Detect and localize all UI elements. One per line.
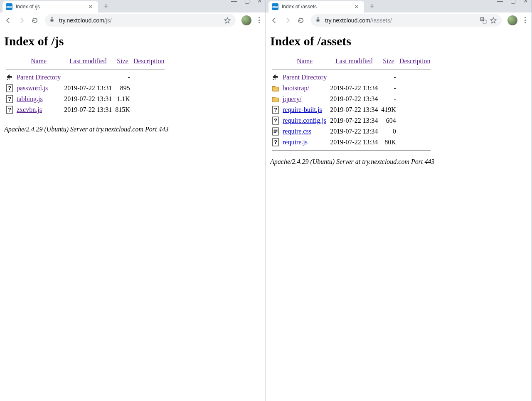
tab-title: Index of /assets (282, 4, 352, 10)
parent-directory-row: Parent Directory - (270, 72, 432, 83)
page-heading: Index of /js (4, 34, 261, 48)
modified-cell: 2019-07-22 13:31 (62, 83, 113, 94)
maximize-button[interactable]: ▢ (510, 0, 516, 4)
url-host: try.nextcloud.com (325, 17, 370, 24)
close-tab-button[interactable]: ✕ (86, 3, 95, 10)
profile-avatar[interactable] (507, 15, 517, 25)
modified-cell: 2019-07-22 13:34 (328, 137, 379, 148)
browser-toolbar: try.nextcloud.com//assets/ (266, 12, 532, 28)
close-window-button[interactable]: ✕ (257, 0, 262, 4)
new-tab-button[interactable]: + (367, 1, 377, 12)
server-footer: Apache/2.4.29 (Ubuntu) Server at try.nex… (270, 158, 527, 166)
browser-menu-button[interactable] (521, 15, 529, 25)
file-type-icon (272, 105, 279, 114)
column-description[interactable]: Description (133, 57, 165, 64)
size-cell: 604 (379, 115, 398, 126)
bookmark-star-icon[interactable] (489, 16, 498, 25)
file-link[interactable]: zxcvbn.js (17, 106, 42, 113)
modified-cell: 2019-07-22 13:31 (62, 104, 113, 115)
file-type-icon (272, 127, 279, 136)
browser-tab[interactable]: o0o Index of /js ✕ (2, 1, 98, 12)
back-icon (272, 73, 279, 82)
directory-listing: Name Last modified Size Description Pare… (4, 57, 166, 121)
reload-button[interactable] (29, 15, 41, 26)
url-host: try.nextcloud.com (59, 17, 104, 24)
size-cell: 815K (113, 104, 132, 115)
reload-button[interactable] (295, 15, 307, 26)
maximize-button[interactable]: ▢ (244, 0, 250, 4)
page-heading: Index of /assets (270, 34, 527, 48)
translate-icon[interactable] (479, 16, 488, 25)
profile-avatar[interactable] (241, 15, 251, 25)
url-path: //assets/ (370, 17, 392, 24)
server-footer: Apache/2.4.29 (Ubuntu) Server at try.nex… (4, 126, 261, 133)
column-description[interactable]: Description (399, 57, 431, 64)
file-type-icon (272, 116, 279, 125)
browser-window-left: — ▢ ✕ o0o Index of /js ✕ + try.nextcloud… (0, 0, 266, 401)
file-link[interactable]: require-built.js (283, 106, 322, 113)
file-link[interactable]: jquery/ (283, 95, 301, 102)
table-row: require.config.js2019-07-22 13:34604 (270, 115, 432, 126)
page-content: Index of /js Name Last modified Size Des… (0, 28, 266, 401)
size-cell: 0 (379, 126, 398, 137)
file-link[interactable]: password.js (17, 84, 48, 92)
size-cell: 1.1K (113, 94, 132, 104)
file-type-icon (272, 84, 279, 93)
directory-listing: Name Last modified Size Description Pare… (270, 57, 432, 153)
window-controls: — ▢ ✕ (231, 0, 262, 4)
table-row: require-built.js2019-07-22 13:34419K (270, 104, 432, 115)
lock-icon (49, 17, 55, 24)
modified-cell: 2019-07-22 13:34 (328, 115, 379, 126)
back-button[interactable] (268, 15, 280, 26)
parent-directory-link[interactable]: Parent Directory (283, 74, 327, 81)
back-icon (6, 73, 13, 82)
table-row: bootstrap/2019-07-22 13:34- (270, 83, 432, 94)
browser-tab[interactable]: o0o Index of /assets ✕ (268, 1, 364, 12)
file-type-icon (6, 94, 13, 104)
column-size[interactable]: Size (383, 57, 394, 64)
browser-toolbar: try.nextcloud.com/js/ (0, 12, 266, 28)
file-type-icon (6, 84, 13, 93)
column-name[interactable]: Name (297, 57, 313, 64)
size-cell: 419K (379, 104, 398, 115)
modified-cell: 2019-07-22 13:31 (62, 94, 113, 104)
address-bar[interactable]: try.nextcloud.com/js/ (45, 14, 236, 27)
forward-button[interactable] (282, 15, 293, 26)
table-header-row: Name Last modified Size Description (270, 57, 432, 67)
modified-cell: 2019-07-22 13:34 (328, 83, 379, 94)
modified-cell: 2019-07-22 13:34 (328, 104, 379, 115)
size-cell: - (379, 94, 398, 104)
browser-menu-button[interactable] (255, 15, 263, 25)
parent-directory-row: Parent Directory - (4, 72, 166, 83)
close-tab-button[interactable]: ✕ (352, 3, 361, 10)
bookmark-star-icon[interactable] (223, 16, 232, 25)
back-button[interactable] (2, 15, 14, 26)
browser-window-right: — ▢ ✕ o0o Index of /assets ✕ + try.nextc… (266, 0, 532, 401)
file-link[interactable]: bootstrap/ (283, 84, 309, 92)
address-bar[interactable]: try.nextcloud.com//assets/ (311, 14, 502, 27)
file-link[interactable]: tabbing.js (17, 95, 43, 102)
file-link[interactable]: require.config.js (283, 117, 326, 124)
tab-strip: o0o Index of /js ✕ + (0, 0, 266, 12)
file-link[interactable]: require.js (283, 139, 308, 146)
close-window-button[interactable]: ✕ (523, 0, 528, 4)
window-controls: — ▢ ✕ (497, 0, 528, 4)
minimize-button[interactable]: — (497, 0, 503, 4)
column-modified[interactable]: Last modified (335, 57, 372, 64)
column-modified[interactable]: Last modified (69, 57, 106, 64)
file-type-icon (272, 138, 279, 147)
tab-title: Index of /js (16, 4, 86, 10)
file-link[interactable]: require.css (283, 128, 311, 135)
minimize-button[interactable]: — (231, 0, 237, 4)
new-tab-button[interactable]: + (101, 1, 111, 12)
parent-directory-link[interactable]: Parent Directory (17, 74, 61, 81)
column-size[interactable]: Size (117, 57, 128, 64)
table-row: require.js2019-07-22 13:3480K (270, 137, 432, 148)
column-name[interactable]: Name (31, 57, 47, 64)
url-path: /js/ (104, 17, 112, 24)
forward-button[interactable] (16, 15, 27, 26)
table-header-row: Name Last modified Size Description (4, 57, 166, 67)
modified-cell: 2019-07-22 13:34 (328, 94, 379, 104)
favicon-icon: o0o (6, 3, 12, 10)
tab-strip: o0o Index of /assets ✕ + (266, 0, 532, 12)
